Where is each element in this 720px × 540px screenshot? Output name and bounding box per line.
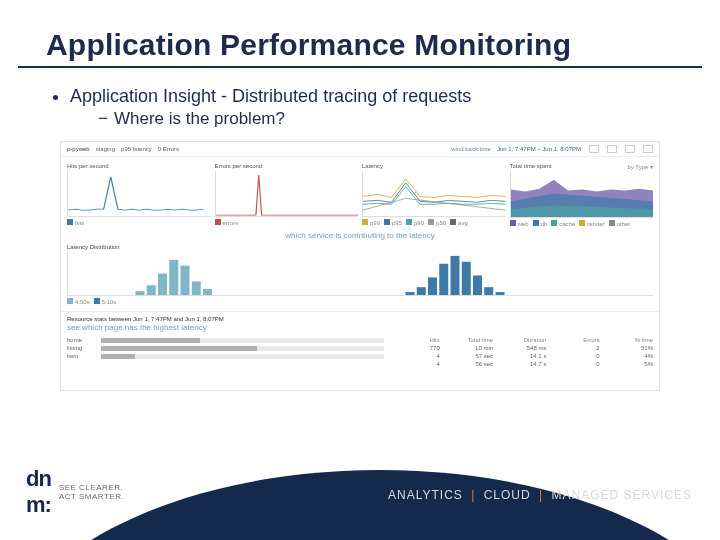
slide-title: Application Performance Monitoring bbox=[18, 0, 702, 68]
chart-title-text: Total time spent bbox=[510, 163, 552, 169]
chart-title: Hits per second bbox=[67, 163, 211, 169]
svg-rect-10 bbox=[406, 292, 415, 295]
col-header: Total time bbox=[442, 337, 493, 343]
cell: 548 ms bbox=[495, 345, 546, 351]
chart-legend: hits bbox=[67, 219, 211, 226]
col-header: Errors bbox=[548, 337, 599, 343]
nav-first-icon[interactable] bbox=[589, 145, 599, 153]
cell: 770 bbox=[388, 345, 439, 351]
nav-next-icon[interactable] bbox=[625, 145, 635, 153]
resource-stats: Resource stats between Jun 1, 7:47PM and… bbox=[61, 311, 659, 374]
resource-subheading: see which page has the highest latency bbox=[67, 323, 653, 332]
svg-rect-11 bbox=[417, 287, 426, 295]
question-text-1: which service is contributing to the lat… bbox=[61, 229, 659, 244]
resource-table: Hits Total time Duration Errors % time 7… bbox=[388, 336, 653, 368]
company-logo: dnm: SEE CLEARER. ACT SMARTER. bbox=[26, 466, 124, 518]
legend-item: avg bbox=[458, 220, 468, 226]
cell: 4 bbox=[388, 353, 439, 359]
legend-item: p95 bbox=[392, 220, 402, 226]
legend-item: web bbox=[518, 221, 529, 227]
legend-item: errors bbox=[223, 220, 239, 226]
separator-icon: | bbox=[467, 488, 479, 502]
svg-rect-15 bbox=[462, 262, 471, 295]
col-header: Hits bbox=[388, 337, 439, 343]
legend-item: hits bbox=[75, 220, 84, 226]
legend-item: render bbox=[587, 221, 604, 227]
chart-hits: Hits per second hits bbox=[67, 163, 211, 227]
screenshot-topbar: p-pyweb staging p95 latency 0 Errors win… bbox=[61, 142, 659, 157]
chart-plot bbox=[510, 172, 654, 218]
resource-heading: Resource stats between Jun 1, 7:47PM and… bbox=[67, 316, 653, 322]
env-tag: staging bbox=[96, 146, 115, 152]
cell: 5% bbox=[602, 361, 653, 367]
resource-row[interactable]: listing bbox=[67, 344, 384, 352]
chart-plot bbox=[362, 171, 506, 217]
col-header: % time bbox=[602, 337, 653, 343]
footer-services: ANALYTICS | CLOUD | MANAGED SERVICES bbox=[388, 488, 692, 502]
resource-name: item bbox=[67, 353, 97, 359]
chart-title: Total time spent by Type ▾ bbox=[510, 163, 654, 170]
time-range: Jun 1, 7:47PM – Jun 1, 8:07PM bbox=[497, 146, 581, 152]
legend-item: 4:50s bbox=[75, 299, 90, 305]
charts-row: Hits per second hits Errors per second e… bbox=[61, 157, 659, 229]
footer: ANALYTICS | CLOUD | MANAGED SERVICES dnm… bbox=[0, 462, 720, 540]
chart-title: Latency bbox=[362, 163, 506, 169]
tagline-1: SEE CLEARER. bbox=[59, 483, 124, 492]
legend-item: cache bbox=[559, 221, 575, 227]
hist-legend: 4:50s 5:10s bbox=[67, 298, 653, 305]
chart-latency: Latency p99 p95 p90 p50 avg bbox=[362, 163, 506, 227]
svg-rect-9 bbox=[203, 289, 212, 295]
latency-distribution: Latency Distribution bbox=[61, 244, 659, 311]
col-header: Duration bbox=[495, 337, 546, 343]
tagline-2: ACT SMARTER. bbox=[59, 492, 124, 501]
cell: 4% bbox=[602, 353, 653, 359]
legend-item: 5:10s bbox=[102, 299, 117, 305]
nav-prev-icon[interactable] bbox=[607, 145, 617, 153]
logo-tagline: SEE CLEARER. ACT SMARTER. bbox=[59, 483, 124, 501]
cell: 0 bbox=[548, 361, 599, 367]
hist-title: Latency Distribution bbox=[67, 244, 653, 250]
legend-item: p50 bbox=[436, 220, 446, 226]
svg-rect-3 bbox=[136, 291, 145, 295]
cell: 57 sec bbox=[442, 353, 493, 359]
nav-last-icon[interactable] bbox=[643, 145, 653, 153]
table-row: 770 10 min 548 ms 2 51% bbox=[388, 344, 653, 352]
legend-item: db bbox=[541, 221, 548, 227]
subbullet-text: Where is the problem? bbox=[114, 109, 285, 128]
service-analytics: ANALYTICS bbox=[388, 488, 463, 502]
svg-rect-17 bbox=[484, 287, 493, 295]
svg-rect-12 bbox=[428, 277, 437, 295]
svg-rect-5 bbox=[158, 274, 167, 296]
cell: 4 bbox=[388, 361, 439, 367]
type-selector[interactable]: Type bbox=[635, 164, 648, 170]
resource-name: home bbox=[67, 337, 97, 343]
by-label: by bbox=[627, 164, 633, 170]
svg-rect-8 bbox=[192, 281, 201, 295]
svg-rect-6 bbox=[169, 260, 178, 295]
chart-errors: Errors per second errors bbox=[215, 163, 359, 227]
svg-rect-18 bbox=[496, 292, 505, 295]
errors-tag: 0 Errors bbox=[158, 146, 179, 152]
resource-row[interactable]: item bbox=[67, 352, 384, 360]
table-row: 4 57 sec 14.1 s 0 4% bbox=[388, 352, 653, 360]
cell: 51% bbox=[602, 345, 653, 351]
chart-legend: p99 p95 p90 p50 avg bbox=[362, 219, 506, 226]
cell: 2 bbox=[548, 345, 599, 351]
resource-name: listing bbox=[67, 345, 97, 351]
cell: 10 min bbox=[442, 345, 493, 351]
cell: 0 bbox=[548, 353, 599, 359]
bullet-sub: −Where is the problem? bbox=[70, 109, 666, 129]
logo-mark: dnm: bbox=[26, 466, 51, 518]
legend-item: p90 bbox=[414, 220, 424, 226]
svg-rect-14 bbox=[451, 256, 460, 295]
hist-plot bbox=[67, 252, 653, 296]
cell: 14.7 s bbox=[495, 361, 546, 367]
legend-item: other bbox=[617, 221, 631, 227]
table-row: 4 56 sec 14.7 s 0 5% bbox=[388, 360, 653, 368]
resource-row[interactable]: home bbox=[67, 336, 384, 344]
svg-rect-4 bbox=[147, 285, 156, 295]
service-cloud: CLOUD bbox=[484, 488, 531, 502]
table-header: Hits Total time Duration Errors % time bbox=[388, 336, 653, 344]
chart-legend: web db cache render other bbox=[510, 220, 654, 227]
bullet-main: Application Insight - Distributed tracin… bbox=[70, 86, 666, 129]
